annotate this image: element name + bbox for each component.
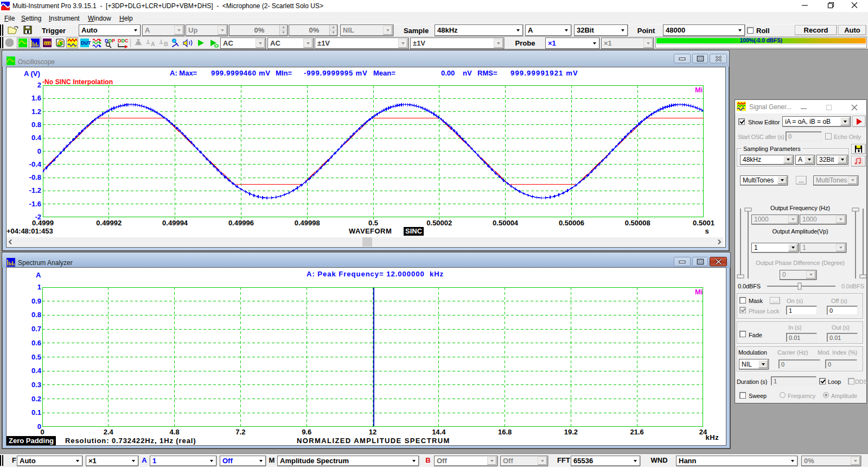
svg-text:A: A [151, 41, 155, 47]
svg-text:888: 888 [43, 40, 52, 47]
svg-text:B: B [164, 41, 168, 47]
svg-text:DDC: DDC [118, 38, 129, 43]
svg-text:DUT: DUT [81, 40, 91, 46]
svg-text:DDP: DDP [105, 38, 115, 43]
